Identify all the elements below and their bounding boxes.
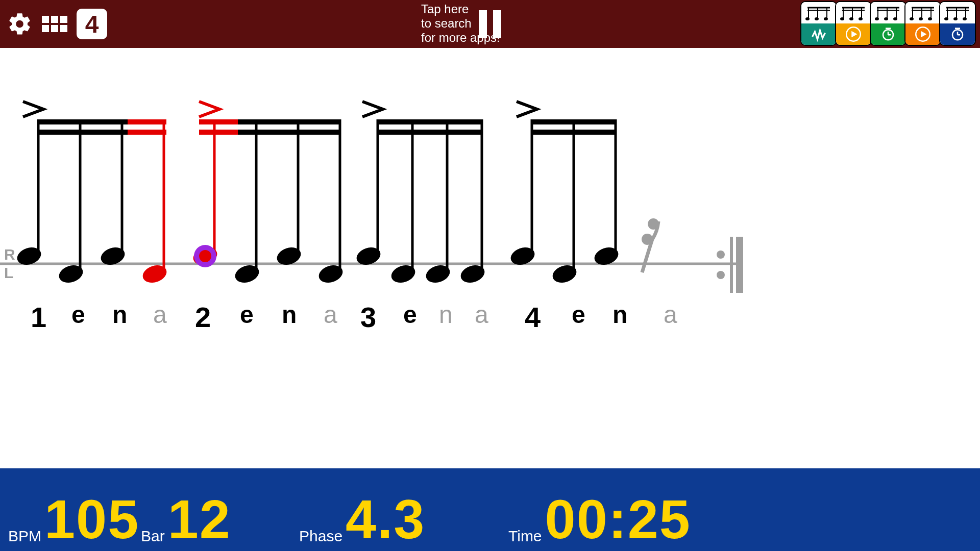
notation-area[interactable]: R L 1ena2ena3ena4ena xyxy=(0,48,743,334)
svg-rect-56 xyxy=(128,130,166,135)
count-label: 2 xyxy=(195,300,211,334)
search-apps-link[interactable]: Tap here to search for more apps! xyxy=(421,2,500,45)
svg-rect-55 xyxy=(128,119,166,124)
count-label: e xyxy=(71,300,85,329)
top-bar: 4 Tap here to search for more apps! xyxy=(0,0,743,48)
count-label: a xyxy=(475,300,488,329)
count-label: e xyxy=(572,300,585,329)
settings-button[interactable] xyxy=(7,11,33,37)
count-label: a xyxy=(664,300,677,329)
svg-rect-102 xyxy=(736,237,743,293)
grid-button[interactable] xyxy=(42,16,67,32)
tap-line: for more apps! xyxy=(421,31,500,45)
count-label: 1 xyxy=(31,300,46,334)
svg-rect-79 xyxy=(378,119,482,124)
count-label: 3 xyxy=(360,300,376,334)
tap-line: Tap here xyxy=(421,2,500,16)
right-hand-label: R xyxy=(4,246,15,263)
svg-rect-101 xyxy=(730,237,733,293)
count-label: n xyxy=(612,300,627,329)
count-label: n xyxy=(439,300,453,329)
count-label: n xyxy=(112,300,127,329)
svg-point-99 xyxy=(717,251,725,259)
tap-line: to search xyxy=(421,16,500,31)
svg-point-100 xyxy=(717,271,725,279)
svg-rect-68 xyxy=(199,130,238,135)
notation-svg xyxy=(0,48,743,334)
left-hand-label: L xyxy=(4,264,13,282)
svg-rect-67 xyxy=(199,119,238,124)
grid-icon xyxy=(42,16,67,32)
gear-icon xyxy=(7,11,33,37)
count-label: a xyxy=(324,300,337,329)
svg-point-72 xyxy=(199,250,211,262)
count-label: e xyxy=(403,300,417,329)
time-signature-value: 4 xyxy=(85,10,99,38)
count-label: 4 xyxy=(525,300,541,334)
time-signature-button[interactable]: 4 xyxy=(77,9,107,39)
count-label: n xyxy=(282,300,297,329)
count-label: a xyxy=(153,300,167,329)
svg-rect-80 xyxy=(378,130,482,135)
count-label: e xyxy=(240,300,254,329)
